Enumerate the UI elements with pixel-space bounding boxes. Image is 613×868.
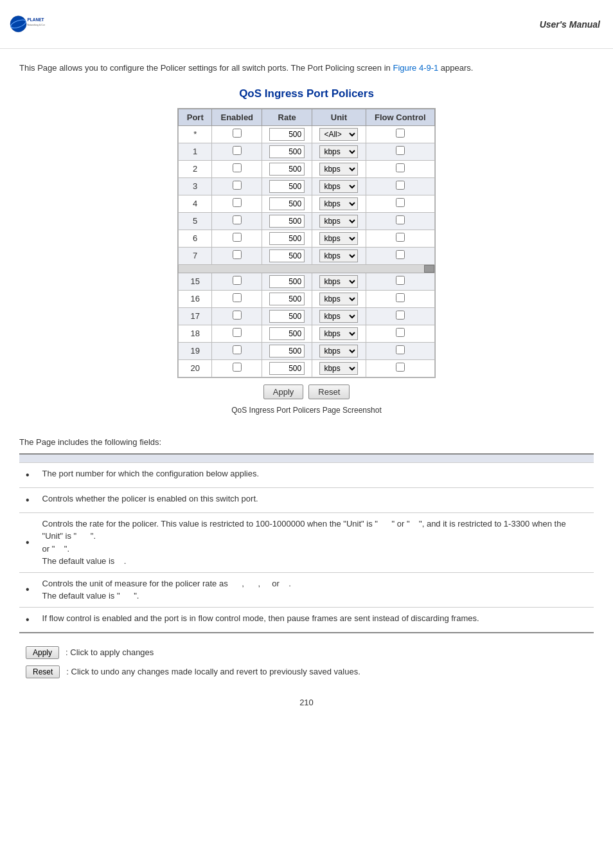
flow-control-cell[interactable] [366,230,434,247]
unit-select[interactable]: kbpsmbpsfpskfps [319,145,358,158]
rate-cell[interactable] [262,307,312,325]
reset-desc-button[interactable]: Reset [26,665,60,678]
unit-cell[interactable]: kbpsmbpsfpskfps [312,247,366,264]
unit-cell[interactable]: kbpsmbpsfpskfps [312,325,366,342]
unit-select[interactable]: kbpsmbpsfpskfps [319,163,358,176]
enabled-checkbox[interactable] [233,198,242,207]
unit-cell[interactable]: kbpsmbpsfpskfps [312,195,366,212]
rate-input[interactable] [269,180,305,193]
reset-button[interactable]: Reset [308,384,350,399]
unit-cell[interactable]: kbpsmbpsfpskfps [312,160,366,177]
rate-input[interactable] [269,128,305,141]
enabled-cell[interactable] [212,273,262,290]
rate-input[interactable] [269,345,305,357]
rate-cell[interactable] [262,143,312,160]
enabled-checkbox[interactable] [233,363,242,372]
flow-control-checkbox[interactable] [396,181,405,190]
flow-control-cell[interactable] [366,143,434,160]
rate-cell[interactable] [262,273,312,290]
rate-input[interactable] [269,275,305,288]
unit-select[interactable]: kbpsmbpsfpskfps [319,345,358,357]
flow-control-cell[interactable] [366,125,434,143]
enabled-cell[interactable] [212,359,262,377]
rate-cell[interactable] [262,325,312,342]
unit-select[interactable]: kbpsmbpsfpskfps [319,293,358,305]
unit-cell[interactable]: <All> [312,125,366,143]
rate-cell[interactable] [262,359,312,377]
unit-select[interactable]: kbpsmbpsfpskfps [319,310,358,323]
rate-input[interactable] [269,249,305,262]
enabled-cell[interactable] [212,307,262,325]
unit-cell[interactable]: kbpsmbpsfpskfps [312,230,366,247]
flow-control-checkbox[interactable] [396,328,405,337]
unit-cell[interactable]: kbpsmbpsfpskfps [312,290,366,307]
enabled-checkbox[interactable] [233,311,242,320]
unit-cell[interactable]: kbpsmbpsfpskfps [312,307,366,325]
unit-select[interactable]: <All> [319,128,358,141]
flow-control-checkbox[interactable] [396,293,405,302]
enabled-cell[interactable] [212,212,262,230]
flow-control-checkbox[interactable] [396,311,405,320]
enabled-cell[interactable] [212,143,262,160]
rate-input[interactable] [269,197,305,210]
enabled-checkbox[interactable] [233,328,242,337]
flow-control-checkbox[interactable] [396,163,405,172]
flow-control-cell[interactable] [366,273,434,290]
rate-input[interactable] [269,145,305,158]
flow-control-cell[interactable] [366,342,434,359]
rate-input[interactable] [269,293,305,305]
apply-button[interactable]: Apply [263,384,304,399]
rate-cell[interactable] [262,177,312,195]
unit-cell[interactable]: kbpsmbpsfpskfps [312,177,366,195]
unit-cell[interactable]: kbpsmbpsfpskfps [312,143,366,160]
rate-input[interactable] [269,327,305,340]
unit-select[interactable]: kbpsmbpsfpskfps [319,249,358,262]
enabled-cell[interactable] [212,290,262,307]
enabled-checkbox[interactable] [233,146,242,155]
rate-cell[interactable] [262,247,312,264]
enabled-cell[interactable] [212,177,262,195]
enabled-cell[interactable] [212,195,262,212]
flow-control-cell[interactable] [366,359,434,377]
enabled-cell[interactable] [212,325,262,342]
unit-select[interactable]: kbpsmbpsfpskfps [319,232,358,245]
unit-cell[interactable]: kbpsmbpsfpskfps [312,212,366,230]
rate-cell[interactable] [262,125,312,143]
unit-select[interactable]: kbpsmbpsfpskfps [319,362,358,375]
enabled-checkbox[interactable] [233,129,242,138]
rate-cell[interactable] [262,195,312,212]
rate-cell[interactable] [262,342,312,359]
unit-select[interactable]: kbpsmbpsfpskfps [319,327,358,340]
rate-input[interactable] [269,232,305,245]
rate-input[interactable] [269,362,305,375]
enabled-checkbox[interactable] [233,163,242,172]
unit-select[interactable]: kbpsmbpsfpskfps [319,180,358,193]
flow-control-cell[interactable] [366,307,434,325]
enabled-cell[interactable] [212,125,262,143]
flow-control-checkbox[interactable] [396,276,405,285]
enabled-checkbox[interactable] [233,250,242,259]
flow-control-cell[interactable] [366,290,434,307]
flow-control-checkbox[interactable] [396,146,405,155]
unit-cell[interactable]: kbpsmbpsfpskfps [312,273,366,290]
unit-cell[interactable]: kbpsmbpsfpskfps [312,342,366,359]
flow-control-checkbox[interactable] [396,215,405,224]
flow-control-cell[interactable] [366,325,434,342]
flow-control-cell[interactable] [366,247,434,264]
enabled-cell[interactable] [212,247,262,264]
flow-control-checkbox[interactable] [396,345,405,354]
rate-cell[interactable] [262,290,312,307]
rate-input[interactable] [269,163,305,176]
enabled-cell[interactable] [212,160,262,177]
enabled-cell[interactable] [212,230,262,247]
figure-link[interactable]: Figure 4-9-1 [393,63,438,73]
flow-control-checkbox[interactable] [396,363,405,372]
flow-control-checkbox[interactable] [396,198,405,207]
enabled-checkbox[interactable] [233,293,242,302]
rate-input[interactable] [269,215,305,228]
enabled-checkbox[interactable] [233,215,242,224]
apply-desc-button[interactable]: Apply [26,646,59,659]
unit-select[interactable]: kbpsmbpsfpskfps [319,197,358,210]
flow-control-checkbox[interactable] [396,233,405,242]
rate-cell[interactable] [262,212,312,230]
